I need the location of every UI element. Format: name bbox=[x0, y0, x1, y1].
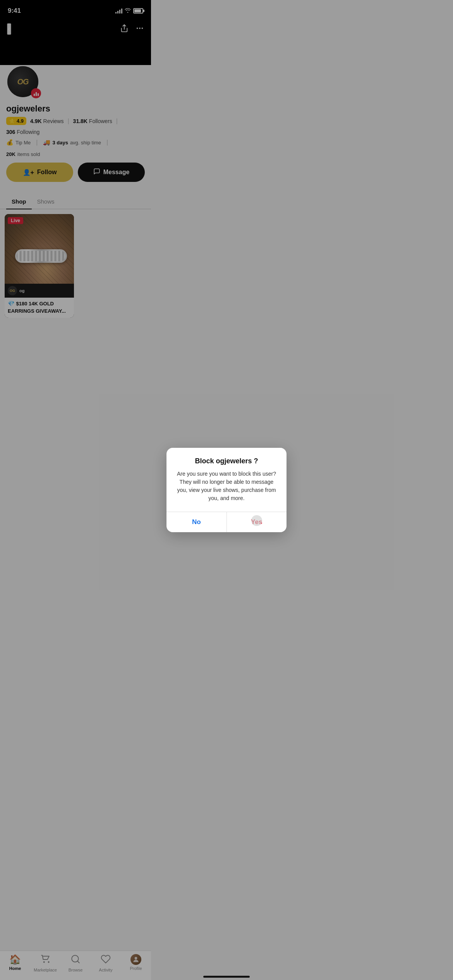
modal-overlay[interactable]: Block ogjewelers ? Are you sure you want… bbox=[0, 0, 151, 327]
